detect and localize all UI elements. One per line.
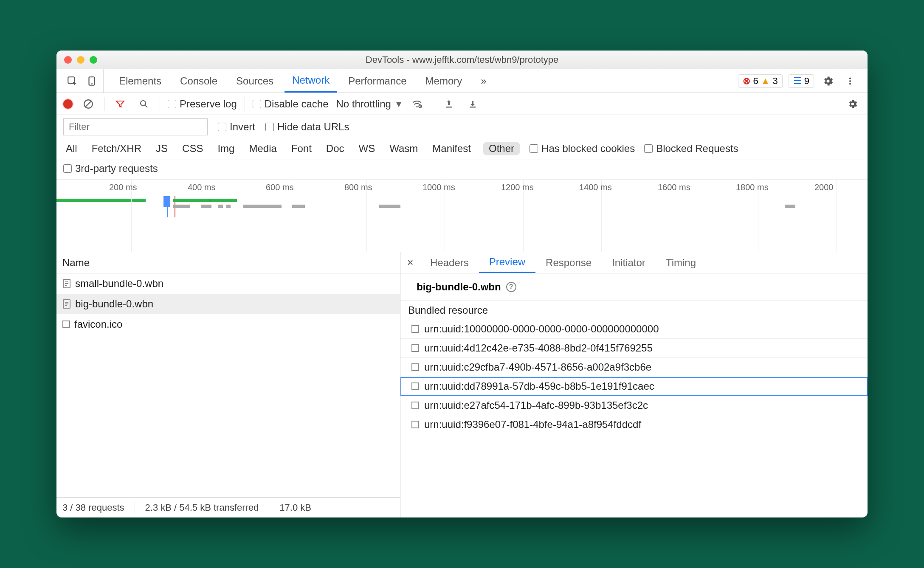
request-name: big-bundle-0.wbn	[75, 298, 153, 310]
inspect-element-icon[interactable]	[64, 73, 80, 89]
request-row[interactable]: small-bundle-0.wbn	[56, 273, 400, 294]
error-icon: ⊗	[743, 76, 750, 87]
warning-icon: ▲	[761, 76, 770, 87]
timeline-tick: 1200 ms	[501, 183, 534, 192]
request-row[interactable]: favicon.ico	[56, 314, 400, 335]
resource-icon	[411, 325, 419, 333]
resource-icon	[411, 382, 419, 390]
bundled-resource-row[interactable]: urn:uuid:dd78991a-57db-459c-b8b5-1e191f9…	[400, 377, 868, 396]
resource-url: urn:uuid:4d12c42e-e735-4088-8bd2-0f415f7…	[424, 342, 653, 354]
type-filter-fetchxhr[interactable]: Fetch/XHR	[89, 142, 144, 155]
detail-tab-preview[interactable]: Preview	[479, 252, 535, 273]
status-bar: 3 / 38 requests 2.3 kB / 54.5 kB transfe…	[56, 497, 400, 517]
resource-url: urn:uuid:10000000-0000-0000-0000-0000000…	[424, 323, 659, 335]
record-button[interactable]	[63, 99, 73, 109]
invert-checkbox[interactable]: Invert	[218, 121, 255, 133]
blocked-requests-checkbox[interactable]: Blocked Requests	[644, 143, 738, 155]
type-filter-all[interactable]: All	[63, 142, 80, 155]
panel-tab-performance[interactable]: Performance	[341, 69, 414, 93]
timeline-tick: 200 ms	[109, 183, 137, 192]
message-count-badge[interactable]: ☰ 9	[789, 74, 814, 88]
bundled-resource-header: Bundled resource	[400, 301, 868, 320]
bundled-resource-row[interactable]: urn:uuid:4d12c42e-e735-4088-8bd2-0f415f7…	[400, 339, 868, 358]
bundled-resource-row[interactable]: urn:uuid:10000000-0000-0000-0000-0000000…	[400, 320, 868, 339]
request-name: small-bundle-0.wbn	[75, 278, 163, 290]
hide-data-urls-checkbox[interactable]: Hide data URLs	[265, 121, 349, 133]
help-icon[interactable]: ?	[506, 282, 516, 292]
svg-point-5	[849, 83, 851, 84]
document-icon	[62, 278, 71, 289]
resource-url: urn:uuid:e27afc54-171b-4afc-899b-93b135e…	[424, 399, 648, 411]
timeline-tick: 1000 ms	[423, 183, 455, 192]
detail-tab-response[interactable]: Response	[535, 252, 602, 273]
bundled-resource-row[interactable]: urn:uuid:e27afc54-171b-4afc-899b-93b135e…	[400, 396, 868, 415]
panel-tab-console[interactable]: Console	[172, 69, 225, 93]
message-icon: ☰	[793, 76, 802, 87]
type-filter-ws[interactable]: WS	[356, 142, 378, 155]
resource-url: urn:uuid:f9396e07-f081-4bfe-94a1-a8f954f…	[424, 419, 641, 430]
timeline-tick: 400 ms	[188, 183, 216, 192]
timeline-tick: 1400 ms	[579, 183, 612, 192]
filter-icon[interactable]	[112, 96, 128, 112]
type-filter-doc[interactable]: Doc	[324, 142, 347, 155]
clear-icon[interactable]	[80, 96, 96, 112]
resource-icon	[411, 402, 419, 409]
has-blocked-cookies-checkbox[interactable]: Has blocked cookies	[530, 143, 635, 155]
timeline-tick: 1800 ms	[736, 183, 769, 192]
svg-rect-13	[470, 107, 476, 108]
svg-line-7	[86, 101, 91, 107]
resource-url: urn:uuid:dd78991a-57db-459c-b8b5-1e191f9…	[424, 380, 654, 392]
close-detail-icon[interactable]: ×	[400, 256, 420, 269]
svg-point-8	[141, 101, 146, 106]
panel-tabs: ElementsConsoleSourcesNetworkPerformance…	[56, 69, 868, 93]
disable-cache-checkbox[interactable]: Disable cache	[253, 98, 329, 110]
panel-overflow-button[interactable]: »	[473, 69, 494, 93]
settings-gear-icon[interactable]	[820, 73, 836, 89]
request-name: favicon.ico	[74, 318, 122, 330]
detail-tab-timing[interactable]: Timing	[656, 252, 706, 273]
svg-point-10	[416, 106, 417, 107]
devtools-window: DevTools - www.jefftk.com/test/wbn9/prot…	[56, 51, 868, 517]
third-party-checkbox[interactable]: 3rd-party requests	[63, 163, 861, 174]
panel-tab-memory[interactable]: Memory	[418, 69, 470, 93]
detail-tabs: × HeadersPreviewResponseInitiatorTiming	[400, 252, 868, 273]
preserve-log-checkbox[interactable]: Preserve log	[168, 98, 237, 110]
panel-tab-sources[interactable]: Sources	[228, 69, 281, 93]
timeline-overview[interactable]: 200 ms400 ms600 ms800 ms1000 ms1200 ms14…	[56, 180, 868, 252]
type-filter-media[interactable]: Media	[246, 142, 279, 155]
error-count-badge[interactable]: ⊗ 6 ▲ 3	[738, 74, 782, 88]
kebab-menu-icon[interactable]	[842, 73, 858, 89]
type-filter-font[interactable]: Font	[289, 142, 314, 155]
type-filter-wasm[interactable]: Wasm	[387, 142, 420, 155]
network-conditions-icon[interactable]	[409, 96, 425, 112]
request-row[interactable]: big-bundle-0.wbn	[56, 294, 400, 314]
svg-point-4	[849, 80, 851, 82]
timeline-tick: 1600 ms	[658, 183, 690, 192]
bundled-resource-row[interactable]: urn:uuid:f9396e07-f081-4bfe-94a1-a8f954f…	[400, 415, 868, 434]
search-icon[interactable]	[136, 96, 152, 112]
export-har-icon[interactable]	[465, 96, 481, 112]
type-filter-js[interactable]: JS	[153, 142, 170, 155]
resource-icon	[411, 363, 419, 371]
network-settings-icon[interactable]	[845, 96, 861, 112]
panel-tab-network[interactable]: Network	[285, 69, 337, 93]
filter-input[interactable]	[63, 118, 208, 135]
detail-tab-initiator[interactable]: Initiator	[602, 252, 656, 273]
type-filter-manifest[interactable]: Manifest	[430, 142, 473, 155]
throttling-select[interactable]: No throttling ▾	[336, 98, 401, 110]
type-filter-row: AllFetch/XHRJSCSSImgMediaFontDocWSWasmMa…	[56, 139, 868, 160]
timeline-tick: 800 ms	[344, 183, 372, 192]
device-toolbar-icon[interactable]	[84, 73, 100, 89]
chevron-down-icon: ▾	[396, 98, 401, 110]
type-filter-css[interactable]: CSS	[180, 142, 206, 155]
type-filter-other[interactable]: Other	[483, 142, 520, 155]
file-icon	[62, 321, 70, 328]
column-header-name[interactable]: Name	[56, 252, 400, 273]
type-filter-img[interactable]: Img	[215, 142, 237, 155]
bundled-resource-row[interactable]: urn:uuid:c29cfba7-490b-4571-8656-a002a9f…	[400, 358, 868, 377]
detail-body: big-bundle-0.wbn ? Bundled resource urn:…	[400, 273, 868, 517]
import-har-icon[interactable]	[441, 96, 457, 112]
detail-tab-headers[interactable]: Headers	[420, 252, 479, 273]
panel-tab-elements[interactable]: Elements	[111, 69, 169, 93]
timeline-tick: 2000	[814, 183, 834, 192]
